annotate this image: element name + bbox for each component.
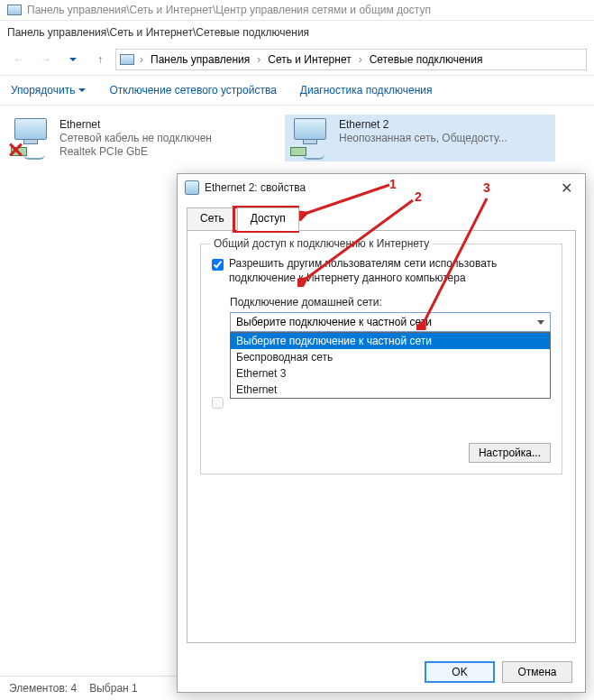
nav-up-button[interactable]: ↑ [88,48,112,71]
network-adapter-icon [288,118,332,154]
breadcrumb-item[interactable]: Панель управления [147,51,253,68]
home-network-combo[interactable]: Выберите подключение к частной сети [230,312,551,332]
tab-panel-sharing: Общий доступ к подключению к Интернету Р… [187,230,576,643]
tab-sharing[interactable]: Доступ [237,207,299,231]
breadcrumb-item[interactable]: Сетевые подключения [366,51,487,68]
tab-strip: Сеть Доступ [178,201,585,230]
chevron-down-icon [78,88,86,92]
disable-device-button[interactable]: Отключение сетевого устройства [105,81,279,99]
settings-button[interactable]: Настройка... [469,443,551,463]
address-bar: ← → ↑ › Панель управления › Сеть и Интер… [0,44,594,76]
folder-icon [120,54,134,65]
organize-menu[interactable]: Упорядочить [7,81,89,99]
network-adapter-icon [9,118,52,154]
home-network-dropdown: Выберите подключение к частной сети Бесп… [230,332,551,399]
dropdown-option[interactable]: Ethernet [231,382,550,398]
adapter-icon [185,180,199,195]
nav-history-button[interactable] [61,48,85,71]
address-field[interactable]: › Панель управления › Сеть и Интернет › … [115,49,587,70]
cancel-button[interactable]: Отмена [502,661,572,683]
allow-sharing-label: Разрешить другим пользователям сети испо… [229,257,551,285]
connection-item-ethernet[interactable]: Ethernet Сетевой кабель не подключен Rea… [5,115,276,161]
connection-name: Ethernet 2 [339,118,507,131]
breadcrumb-item[interactable]: Сеть и Интернет [264,51,354,68]
allow-sharing-row: Разрешить другим пользователям сети испо… [212,257,551,285]
nav-back-button[interactable]: ← [7,48,31,71]
chevron-right-icon: › [138,53,145,66]
properties-dialog: Ethernet 2: свойства ✕ Сеть Доступ Общий… [177,173,586,693]
ics-groupbox: Общий доступ к подключению к Интернету Р… [200,244,562,474]
disconnected-icon [7,142,23,158]
close-button[interactable]: ✕ [555,178,578,198]
chevron-down-icon [537,320,544,325]
chevron-right-icon: › [357,53,364,66]
breadcrumb: › Панель управления › Сеть и Интернет › … [138,51,486,68]
organize-label: Упорядочить [11,84,75,97]
status-item-count: Элементов: 4 [9,682,77,695]
diagnose-button[interactable]: Диагностика подключения [297,81,436,99]
network-center-icon [7,5,22,15]
connection-name: Ethernet [59,118,212,131]
status-bar: Элементов: 4 Выбран 1 [0,676,180,700]
window-titlebar: Панель управления\Сеть и Интернет\Сетевы… [0,21,594,44]
background-window-title: Панель управления\Сеть и Интернет\Центр … [27,4,431,16]
window-title: Панель управления\Сеть и Интернет\Сетевы… [7,26,309,39]
home-network-combo-wrap: Выберите подключение к частной сети Выбе… [230,312,551,332]
background-window-titlebar: Панель управления\Сеть и Интернет\Центр … [0,0,594,21]
ok-button[interactable]: OK [425,661,495,683]
connection-adapter: Realtek PCIe GbE [59,145,212,158]
connection-list: Ethernet Сетевой кабель не подключен Rea… [0,106,594,170]
dialog-title: Ethernet 2: свойства [205,181,550,194]
dialog-button-row: OK Отмена [178,652,585,692]
allow-sharing-checkbox[interactable] [212,259,224,271]
toolbar: Упорядочить Отключение сетевого устройст… [0,76,594,106]
chevron-right-icon: › [255,53,262,66]
dropdown-option[interactable]: Ethernet 3 [231,365,550,382]
tab-network[interactable]: Сеть [187,207,238,231]
connection-status: Сетевой кабель не подключен [59,132,212,144]
chevron-down-icon [69,58,77,61]
dialog-titlebar[interactable]: Ethernet 2: свойства ✕ [178,174,585,201]
connection-status: Неопознанная сеть, Общедосту... [339,132,507,144]
combo-selected-text: Выберите подключение к частной сети [236,316,432,328]
nav-forward-button[interactable]: → [34,48,58,71]
allow-control-checkbox [212,397,224,409]
connection-item-ethernet-2[interactable]: Ethernet 2 Неопознанная сеть, Общедосту.… [285,115,555,161]
groupbox-title: Общий доступ к подключению к Интернету [210,237,433,250]
status-selected-count: Выбран 1 [89,682,137,695]
dropdown-option[interactable]: Выберите подключение к частной сети [231,333,550,349]
dropdown-option[interactable]: Беспроводная сеть [231,349,550,365]
home-network-label: Подключение домашней сети: [230,296,551,309]
